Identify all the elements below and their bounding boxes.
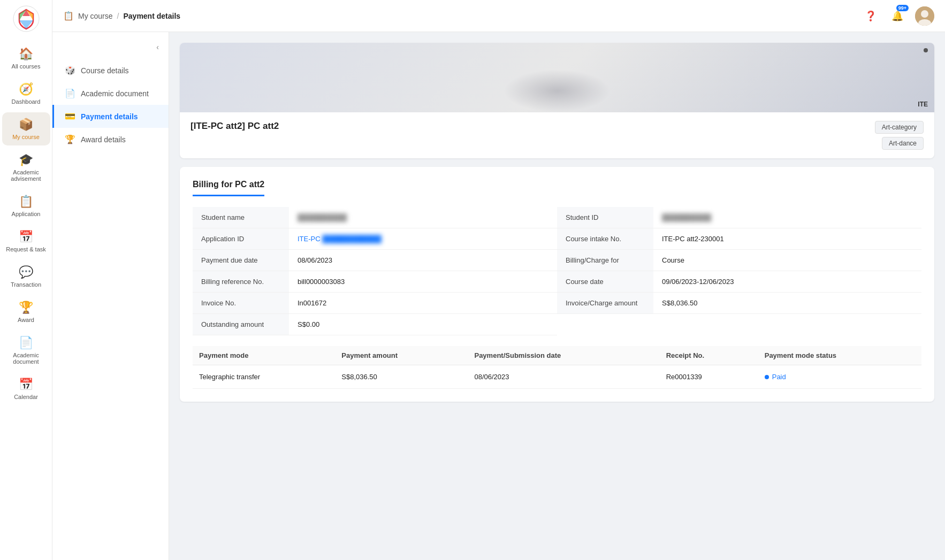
billing-field-invoice-charge: Invoice/Charge amount S$8,036.50 [557,293,921,314]
sidebar-label-application: Application [12,211,41,217]
banner-label: ITE [918,101,928,108]
sidebar-label-request-task: Request & task [6,246,46,252]
sidebar-item-academic-advisement[interactable]: 🎓 Academic advisement [2,148,50,187]
breadcrumb-parent[interactable]: My course [78,12,113,20]
field-label-application-id: Application ID [193,228,289,249]
field-label-payment-due-date: Payment due date [193,250,289,271]
sidebar-label-academic-document: Academic document [4,352,48,365]
field-label-student-name: Student name [193,207,289,228]
sidebar-label-academic-advisement: Academic advisement [4,169,48,182]
sub-sidebar-header: ‹ [52,37,169,59]
field-value-application-id[interactable]: ITE-PC ████████████ [289,228,557,249]
breadcrumb: 📋 My course / Payment details [63,11,857,21]
cell-payment-mode: Telegraphic transfer [193,365,335,389]
field-value-course-date: 09/06/2023-12/06/2023 [653,271,921,292]
field-value-invoice-charge: S$8,036.50 [653,293,921,313]
app-logo [13,5,40,32]
help-icon: ❓ [865,10,877,22]
course-card: ITE [ITE-PC att2] PC att2 Art-category A… [180,43,934,158]
sidebar-label-my-course: My course [12,134,40,140]
field-value-course-intake: ITE-PC att2-230001 [653,228,921,249]
payment-table: Payment mode Payment amount Payment/Subm… [193,346,921,389]
billing-field-payment-due-date: Payment due date 08/06/2023 [193,250,557,271]
sidebar-item-award[interactable]: 🏆 Award [2,295,50,328]
sub-nav-academic-document[interactable]: 📄 Academic document [52,82,169,105]
home-icon: 🏠 [19,47,33,61]
billing-field-billing-ref: Billing reference No. bill0000003083 [193,271,557,293]
document-icon: 📄 [19,336,33,350]
sidebar-item-all-courses[interactable]: 🏠 All courses [2,42,50,75]
field-label-invoice-no: Invoice No. [193,293,289,313]
sub-nav-label-academic-document: Academic document [81,89,149,98]
sub-nav-award-details[interactable]: 🏆 Award details [52,128,169,151]
billing-fields-right: Student ID ██████████ Course intake No. … [557,207,921,335]
billing-field-course-date: Course date 09/06/2023-12/06/2023 [557,271,921,293]
cell-payment-amount: S$8,036.50 [335,365,468,389]
calendar-icon: 📅 [19,378,33,392]
course-banner: ITE [180,43,934,112]
content-area: ‹ 🎲 Course details 📄 Academic document 💳… [52,32,945,560]
cell-submission-date: 08/06/2023 [468,365,659,389]
compass-icon: 🧭 [19,82,33,96]
sidebar-label-transaction: Transaction [11,281,41,288]
help-button[interactable]: ❓ [862,7,880,25]
course-tags: Art-category Art-dance [875,121,924,150]
payment-icon: 💳 [65,111,75,121]
field-value-student-name: ██████████ [289,207,557,228]
sub-nav-label-award-details: Award details [81,135,126,144]
topbar-actions: ❓ 🔔 99+ [862,6,934,26]
topbar: 📋 My course / Payment details ❓ 🔔 99+ [52,0,945,32]
field-value-student-id: ██████████ [653,207,921,228]
course-title: [ITE-PC att2] PC att2 [190,121,279,132]
task-icon: 📅 [19,230,33,244]
clipboard-icon: 📋 [19,195,33,209]
cell-status: Paid [758,365,921,389]
breadcrumb-icon: 📋 [63,11,74,21]
course-info: [ITE-PC att2] PC att2 Art-category Art-d… [180,112,934,158]
sub-nav-label-payment-details: Payment details [81,112,138,121]
sidebar-item-request-task[interactable]: 📅 Request & task [2,225,50,258]
sidebar-item-my-course[interactable]: 📦 My course [2,112,50,145]
sidebar-item-application[interactable]: 📋 Application [2,189,50,223]
billing-field-application-id: Application ID ITE-PC ████████████ [193,228,557,250]
graduation-icon: 🎓 [19,153,33,167]
tag-art-dance: Art-dance [882,137,924,150]
status-paid-badge: Paid [765,373,915,381]
notification-badge: 99+ [896,5,909,11]
user-avatar[interactable] [915,6,934,26]
billing-field-billing-charge: Billing/Charge for Course [557,250,921,271]
page-content: ITE [ITE-PC att2] PC att2 Art-category A… [169,32,945,560]
col-header-submission-date: Payment/Submission date [468,346,659,365]
field-label-outstanding: Outstanding amount [193,314,289,335]
academic-doc-icon: 📄 [65,88,75,98]
col-header-payment-mode: Payment mode [193,346,335,365]
award-details-icon: 🏆 [65,134,75,144]
sub-sidebar: ‹ 🎲 Course details 📄 Academic document 💳… [52,32,169,560]
billing-section-title: Billing for PC att2 [193,180,264,196]
col-header-receipt-no: Receipt No. [660,346,758,365]
billing-field-student-id: Student ID ██████████ [557,207,921,228]
sub-nav-course-details[interactable]: 🎲 Course details [52,59,169,82]
field-label-course-date: Course date [557,271,653,292]
transaction-icon: 💬 [19,265,33,279]
status-label: Paid [772,373,786,381]
notification-button[interactable]: 🔔 99+ [888,7,906,25]
field-value-payment-due-date: 08/06/2023 [289,250,557,271]
collapse-button[interactable]: ‹ [153,41,162,53]
sub-nav-payment-details[interactable]: 💳 Payment details [52,105,169,128]
sidebar: 🏠 All courses 🧭 Dashboard 📦 My course 🎓 … [0,0,52,560]
course-details-icon: 🎲 [65,65,75,75]
field-label-billing-charge: Billing/Charge for [557,250,653,271]
field-value-billing-ref: bill0000003083 [289,271,557,292]
billing-field-course-intake: Course intake No. ITE-PC att2-230001 [557,228,921,250]
sidebar-item-dashboard[interactable]: 🧭 Dashboard [2,77,50,110]
field-label-course-intake: Course intake No. [557,228,653,249]
sidebar-item-transaction[interactable]: 💬 Transaction [2,260,50,293]
sidebar-item-calendar[interactable]: 📅 Calendar [2,372,50,405]
field-value-outstanding: S$0.00 [289,314,557,335]
sidebar-item-academic-document[interactable]: 📄 Academic document [2,331,50,370]
field-value-invoice-no: In001672 [289,293,557,313]
field-label-student-id: Student ID [557,207,653,228]
package-icon: 📦 [19,118,33,132]
billing-field-invoice-no: Invoice No. In001672 [193,293,557,314]
